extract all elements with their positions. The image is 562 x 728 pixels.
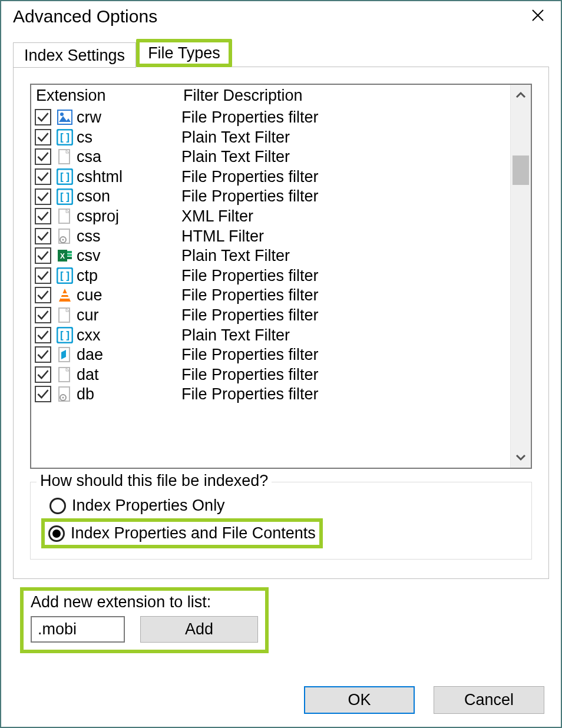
file-type-extension: ctp <box>77 267 181 284</box>
tab-page-file-types: Extension Filter Description crwFile Pro… <box>13 67 549 579</box>
file-type-checkbox[interactable] <box>35 208 51 224</box>
gear-icon <box>56 227 74 245</box>
file-type-extension: crw <box>77 109 181 125</box>
file-type-row[interactable]: daeFile Properties filter <box>31 345 510 365</box>
file-type-row[interactable]: cshtmlFile Properties filter <box>31 167 510 187</box>
file-type-row[interactable]: csprojXML Filter <box>31 206 510 226</box>
file-type-checkbox[interactable] <box>35 188 51 205</box>
file-type-extension: csa <box>77 148 181 165</box>
tab-index-settings[interactable]: Index Settings <box>13 42 136 68</box>
image-icon <box>56 108 74 126</box>
file-type-extension: css <box>77 228 181 244</box>
add-extension-label: Add new extension to list: <box>31 593 258 611</box>
scroll-thumb[interactable] <box>513 155 529 185</box>
file-type-row[interactable]: dbFile Properties filter <box>31 385 510 405</box>
bracket-icon <box>56 168 74 186</box>
blank-icon <box>56 207 74 225</box>
file-type-row[interactable]: csvPlain Text Filter <box>31 246 510 266</box>
radio-properties-contents[interactable] <box>48 525 65 542</box>
blank-icon <box>56 306 74 324</box>
radio-row-properties-only[interactable]: Index Properties Only <box>44 493 518 518</box>
file-type-checkbox[interactable] <box>35 366 51 383</box>
file-type-row[interactable]: csaPlain Text Filter <box>31 147 510 167</box>
radio-properties-only[interactable] <box>49 498 66 514</box>
ok-button[interactable]: OK <box>304 686 415 714</box>
close-button[interactable] <box>527 6 549 27</box>
blank-icon <box>56 148 74 166</box>
file-type-filter: HTML Filter <box>181 228 507 244</box>
highlight-properties-and-contents: Index Properties and File Contents <box>41 518 323 548</box>
bracket-icon <box>56 188 74 206</box>
file-type-checkbox[interactable] <box>35 287 51 303</box>
blank-icon <box>56 366 74 383</box>
add-extension-button[interactable]: Add <box>140 616 258 643</box>
scroll-down[interactable] <box>511 448 531 468</box>
file-type-row[interactable]: datFile Properties filter <box>31 365 510 385</box>
gear-icon <box>56 385 74 403</box>
file-type-row[interactable]: ctpFile Properties filter <box>31 266 510 286</box>
file-type-row[interactable]: crwFile Properties filter <box>31 107 510 127</box>
file-type-checkbox[interactable] <box>35 228 51 244</box>
list-body: Extension Filter Description crwFile Pro… <box>31 85 510 468</box>
file-type-checkbox[interactable] <box>35 109 51 125</box>
radio-label-properties-only: Index Properties Only <box>72 497 225 515</box>
file-type-checkbox[interactable] <box>35 307 51 323</box>
file-type-filter: File Properties filter <box>181 168 507 185</box>
file-type-filter: Plain Text Filter <box>181 247 507 264</box>
file-type-filter: File Properties filter <box>181 287 507 303</box>
file-type-extension: cshtml <box>77 168 181 185</box>
file-type-filter: File Properties filter <box>181 307 507 323</box>
radio-row-properties-contents[interactable]: Index Properties and File Contents <box>48 523 316 544</box>
cancel-button[interactable]: Cancel <box>434 686 544 714</box>
file-type-filter: Plain Text Filter <box>181 148 507 165</box>
list-scrollbar[interactable] <box>510 85 531 468</box>
excel-icon <box>56 247 74 264</box>
file-type-filter: File Properties filter <box>181 109 507 125</box>
file-type-row[interactable]: csonFile Properties filter <box>31 187 510 207</box>
file-type-filter: File Properties filter <box>181 267 507 284</box>
file-type-row[interactable]: cssHTML Filter <box>31 226 510 246</box>
file-type-extension: dat <box>77 366 181 383</box>
cone-icon <box>56 286 74 304</box>
radio-label-properties-contents: Index Properties and File Contents <box>71 524 316 542</box>
tab-file-types[interactable]: File Types <box>136 39 232 67</box>
scroll-up[interactable] <box>511 85 531 105</box>
file-type-row[interactable]: csPlain Text Filter <box>31 127 510 147</box>
add-extension-input[interactable] <box>31 616 125 643</box>
doc3d-icon <box>56 346 74 363</box>
file-type-extension: cs <box>77 129 181 145</box>
bracket-icon <box>56 128 74 146</box>
column-header-filter[interactable]: Filter Description <box>183 87 507 104</box>
list-header: Extension Filter Description <box>31 85 510 107</box>
file-type-checkbox[interactable] <box>35 267 51 284</box>
file-type-filter: File Properties filter <box>181 366 507 383</box>
bracket-icon <box>56 326 74 344</box>
file-type-checkbox[interactable] <box>35 148 51 165</box>
file-type-extension: csv <box>77 247 181 264</box>
file-type-extension: cson <box>77 188 181 204</box>
titlebar: Advanced Options <box>1 1 561 39</box>
tab-container: Index Settings File Types Extension Filt… <box>13 39 549 579</box>
file-type-checkbox[interactable] <box>35 386 51 402</box>
file-type-checkbox[interactable] <box>35 247 51 264</box>
file-type-extension: cue <box>77 287 181 303</box>
file-type-row[interactable]: cueFile Properties filter <box>31 286 510 306</box>
window-title: Advanced Options <box>13 6 157 27</box>
chevron-down-icon <box>515 454 526 461</box>
close-icon <box>531 9 544 22</box>
file-type-checkbox[interactable] <box>35 346 51 363</box>
file-type-filter: XML Filter <box>181 208 507 224</box>
file-type-checkbox[interactable] <box>35 168 51 185</box>
file-type-checkbox[interactable] <box>35 129 51 145</box>
file-type-filter: Plain Text Filter <box>181 129 507 145</box>
bracket-icon <box>56 267 74 284</box>
file-type-row[interactable]: cxxPlain Text Filter <box>31 325 510 345</box>
highlight-add-extension: Add new extension to list: Add <box>20 587 269 653</box>
file-type-filter: File Properties filter <box>181 188 507 204</box>
file-type-extension: db <box>77 386 181 402</box>
scroll-track[interactable] <box>511 105 531 448</box>
file-type-row[interactable]: curFile Properties filter <box>31 305 510 325</box>
column-header-extension[interactable]: Extension <box>35 87 183 104</box>
file-type-checkbox[interactable] <box>35 327 51 343</box>
file-type-extension: dae <box>77 346 181 363</box>
